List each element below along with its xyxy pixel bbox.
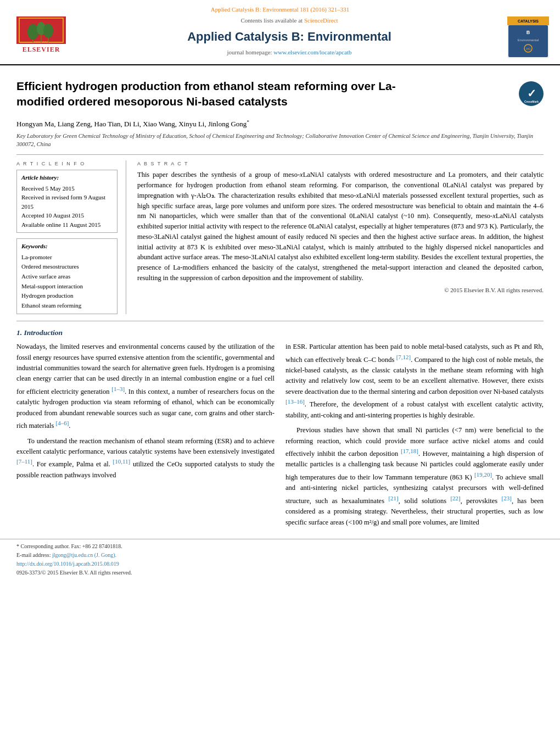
svg-point-4 bbox=[43, 24, 53, 38]
svg-point-2 bbox=[27, 24, 38, 40]
ref-7-12: [7,12] bbox=[396, 354, 411, 360]
article-footer: * Corresponding author. Fax: +86 22 8740… bbox=[0, 539, 560, 581]
available-date: Available online 11 August 2015 bbox=[21, 220, 113, 230]
ref-7-11: [7–11] bbox=[16, 458, 32, 465]
ref-10-11: [10,11] bbox=[113, 458, 131, 465]
introduction-section: 1. Introduction Nowadays, the limited re… bbox=[16, 328, 544, 528]
article-history-box: Article history: Received 5 May 2015 Rec… bbox=[16, 170, 117, 233]
affiliation: Key Laboratory for Green Chemical Techno… bbox=[16, 132, 544, 154]
keyword-1: La-promoter bbox=[21, 253, 113, 263]
left-column: A R T I C L E I N F O Article history: R… bbox=[16, 160, 126, 314]
svg-text:181: 181 bbox=[526, 47, 531, 51]
contents-line: Contents lists available at ScienceDirec… bbox=[82, 16, 496, 25]
elsevier-logo: ∼∼∼∼∼∼∼ ELSEVIER bbox=[11, 16, 71, 54]
keyword-2: Ordered mesostructures bbox=[21, 262, 113, 272]
ref-21: [21] bbox=[388, 495, 398, 501]
ref-17-18: [17,18] bbox=[401, 448, 418, 454]
svg-text:CATALYSIS: CATALYSIS bbox=[518, 19, 539, 23]
article-info-label: A R T I C L E I N F O bbox=[16, 160, 117, 168]
catalysis-logo: CATALYSIS B Environmental 181 bbox=[507, 16, 549, 61]
title-row: Efficient hydrogen production from ethan… bbox=[16, 79, 544, 114]
doi-line: http://dx.doi.org/10.1016/j.apcatb.2015.… bbox=[16, 560, 544, 568]
journal-header: Applied Catalysis B: Environmental 181 (… bbox=[0, 0, 560, 65]
email-link[interactable]: jlgong@tju.edu.cn (J. Gong). bbox=[52, 552, 116, 558]
authors: Hongyan Ma, Liang Zeng, Hao Tian, Di Li,… bbox=[16, 119, 544, 130]
homepage-url[interactable]: www.elsevier.com/locate/apcatb bbox=[273, 49, 351, 55]
keyword-5: Hydrogen production bbox=[21, 291, 113, 301]
corresponding-note: * Corresponding author. Fax: +86 22 8740… bbox=[16, 543, 544, 550]
elsevier-label: ELSEVIER bbox=[23, 45, 60, 54]
intro-heading: 1. Introduction bbox=[16, 328, 544, 338]
intro-para-4: Previous studies have shown that small N… bbox=[285, 425, 544, 528]
revised-date: Received in revised form 9 August 2015 bbox=[21, 193, 113, 211]
ref-22: [22] bbox=[450, 495, 460, 501]
svg-text:Environmental: Environmental bbox=[518, 38, 539, 42]
ref-1-3: [1–3] bbox=[111, 386, 125, 392]
page-container: Applied Catalysis B: Environmental 181 (… bbox=[0, 0, 560, 742]
doi-link[interactable]: http://dx.doi.org/10.1016/j.apcatb.2015.… bbox=[16, 561, 119, 567]
ref-19-20: [19,20] bbox=[474, 471, 492, 478]
intro-para-2: To understand the reaction mechanism of … bbox=[16, 436, 275, 481]
keyword-4: Metal-support interaction bbox=[21, 282, 113, 292]
article-info-abstract: A R T I C L E I N F O Article history: R… bbox=[16, 160, 544, 314]
header-center: Contents lists available at ScienceDirec… bbox=[71, 16, 507, 57]
received-date: Received 5 May 2015 bbox=[21, 184, 113, 193]
svg-text:CrossMark: CrossMark bbox=[524, 100, 539, 103]
journal-band: Applied Catalysis B: Environmental 181 (… bbox=[211, 6, 349, 13]
section-divider bbox=[16, 321, 544, 321]
abstract-copyright: © 2015 Elsevier B.V. All rights reserved… bbox=[137, 286, 544, 294]
svg-text:B: B bbox=[527, 30, 530, 35]
journal-homepage: journal homepage: www.elsevier.com/locat… bbox=[82, 48, 496, 57]
intro-para-1: Nowadays, the limited reserves and envir… bbox=[16, 342, 275, 431]
right-column: A B S T R A C T This paper describes the… bbox=[137, 160, 544, 314]
issn-line: 0926-3373/© 2015 Elsevier B.V. All right… bbox=[16, 569, 544, 577]
intro-right: in ESR. Particular attention has been pa… bbox=[285, 342, 544, 528]
article-body: Efficient hydrogen production from ethan… bbox=[0, 65, 560, 533]
intro-para-3: in ESR. Particular attention has been pa… bbox=[285, 342, 544, 421]
article-title: Efficient hydrogen production from ethan… bbox=[16, 79, 428, 109]
ref-23: [23] bbox=[502, 495, 512, 501]
svg-text:✓: ✓ bbox=[527, 87, 536, 99]
intro-two-col: Nowadays, the limited reserves and envir… bbox=[16, 342, 544, 528]
keywords-box: Keywords: La-promoter Ordered mesostruct… bbox=[16, 238, 117, 314]
history-title: Article history: bbox=[21, 174, 113, 182]
abstract-label: A B S T R A C T bbox=[137, 160, 544, 168]
keyword-6: Ethanol steam reforming bbox=[21, 301, 113, 311]
ref-4-6: [4–6] bbox=[56, 420, 69, 426]
abstract-text: This paper describes the synthesis of a … bbox=[137, 170, 544, 283]
ref-13-16: [13–16] bbox=[285, 398, 305, 405]
intro-left: Nowadays, the limited reserves and envir… bbox=[16, 342, 275, 528]
svg-text:∼∼∼∼∼∼∼: ∼∼∼∼∼∼∼ bbox=[33, 40, 49, 43]
journal-title: Applied Catalysis B: Environmental bbox=[82, 29, 496, 46]
sciencedirect-link[interactable]: ScienceDirect bbox=[304, 17, 338, 24]
crossmark-logo: ✓ CrossMark bbox=[519, 81, 544, 106]
keyword-3: Active surface areas bbox=[21, 272, 113, 282]
accepted-date: Accepted 10 August 2015 bbox=[21, 211, 113, 220]
keywords-title: Keywords: bbox=[21, 242, 113, 250]
email-note: E-mail address: jlgong@tju.edu.cn (J. Go… bbox=[16, 551, 544, 559]
